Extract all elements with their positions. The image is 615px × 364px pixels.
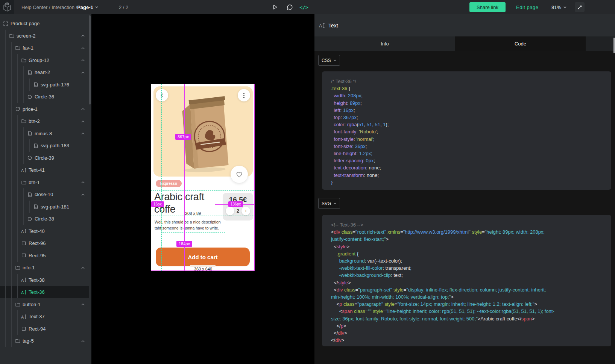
css-format-select[interactable]: CSS [318, 55, 340, 66]
tab-bar-filler [586, 36, 615, 51]
layer-item-Rect-94[interactable]: Rect-94 [0, 323, 89, 335]
layer-item-screen-2[interactable]: screen-2 [0, 30, 89, 42]
chevron-up-icon[interactable] [81, 303, 85, 306]
chevron-up-icon[interactable] [81, 59, 85, 62]
layer-item-heart-2[interactable]: heart-2 [0, 66, 89, 79]
kebab-menu-icon [243, 93, 244, 98]
quantity-stepper: − 2 + [226, 206, 250, 215]
layer-label: svg-path-176 [41, 82, 69, 88]
layer-item-Product page[interactable]: Product page [0, 17, 89, 30]
chevron-up-icon[interactable] [81, 34, 85, 37]
layer-item-close-10[interactable]: close-10 [0, 188, 89, 201]
tree-guide-line [17, 66, 18, 79]
layer-item-Text-37[interactable]: AText-37 [0, 310, 89, 323]
code-view-button[interactable]: </> [298, 0, 310, 14]
css-code-block[interactable]: /* Text-36 */.text-36 { width: 208px; he… [322, 71, 611, 190]
chevron-up-icon[interactable] [81, 340, 85, 343]
tree-guide-line [5, 201, 6, 213]
layer-label: tag-5 [23, 338, 34, 344]
layer-item-Circle-36[interactable]: Circle-36 [0, 91, 89, 103]
chevron-up-icon[interactable] [81, 193, 85, 196]
layer-label: screen-2 [17, 33, 36, 39]
tab-code[interactable]: Code [455, 36, 586, 51]
tree-guide-line [17, 176, 18, 189]
zoom-control[interactable]: 81% [551, 0, 567, 14]
category-tag[interactable]: Expresso [156, 180, 182, 187]
tree-guide-line [5, 249, 6, 262]
breadcrumb[interactable]: Help Center / Interaction / Page-1 [21, 0, 99, 14]
svg-text:A: A [319, 23, 322, 28]
folder-icon [21, 180, 26, 185]
layer-item-svg-path-176[interactable]: svg-path-176 [0, 79, 89, 91]
chevron-up-icon[interactable] [81, 120, 85, 123]
chevron-up-icon[interactable] [81, 181, 85, 184]
tree-guide-line [5, 335, 6, 347]
back-button[interactable] [156, 89, 168, 101]
layer-item-info-1[interactable]: info-1 [0, 261, 89, 274]
layer-item-svg-path-181[interactable]: svg-path-181 [0, 201, 89, 213]
layer-item-tag-5[interactable]: tag-5 [0, 335, 89, 347]
layer-item-btn-1[interactable]: btn-1 [0, 176, 89, 189]
svg-format-select[interactable]: SVG [318, 198, 340, 209]
tree-guide-line [17, 152, 18, 164]
rect-icon [21, 241, 26, 246]
layer-item-Text-41[interactable]: AText-41 [0, 164, 89, 176]
share-link-button[interactable]: Share link [469, 2, 506, 12]
device-screen[interactable]: Expresso Arabic craft coffe 208 x 89 16.… [151, 84, 255, 271]
layer-item-Group-12[interactable]: Group-12 [0, 54, 89, 66]
code-line: justify-content: flex-start;"> [331, 236, 602, 243]
layer-item-svg-path-183[interactable]: svg-path-183 [0, 139, 89, 152]
layer-item-Rect-96[interactable]: Rect-96 [0, 237, 89, 249]
layer-item-Rect-95[interactable]: Rect-95 [0, 249, 89, 262]
layer-item-Circle-38[interactable]: Circle-38 [0, 213, 89, 225]
chevron-up-icon[interactable] [81, 266, 85, 269]
layer-item-Text-40[interactable]: AText-40 [0, 225, 89, 237]
add-to-cart-button[interactable]: Add to cart [156, 248, 250, 266]
svg-code-block[interactable]: <!-- Text-36 --><div class="root rich-te… [322, 215, 611, 346]
edit-page-link[interactable]: Edit page [516, 0, 538, 14]
code-line: </div> [331, 337, 602, 344]
tree-guide-line [23, 79, 24, 91]
css-format-value: CSS [322, 58, 331, 63]
code-line: <span class="" style="line-height: inher… [331, 308, 602, 315]
code-line: </p> [331, 322, 602, 329]
layer-item-fav-1[interactable]: fav-1 [0, 42, 89, 54]
chevron-up-icon[interactable] [81, 47, 85, 50]
chevron-down-icon [95, 5, 99, 9]
layers-sidebar: Product pagescreen-2fav-1Group-12heart-2… [0, 14, 91, 364]
decrease-quantity-button[interactable]: − [226, 207, 234, 215]
sidebar-scrollbar[interactable] [89, 15, 91, 104]
tab-info[interactable]: Info [314, 36, 455, 51]
tree-guide-line [5, 79, 6, 91]
tree-guide-line [17, 139, 18, 152]
play-button[interactable] [269, 0, 281, 14]
tree-guide-line [5, 127, 6, 140]
file-icon [33, 82, 38, 87]
tree-guide-line [17, 274, 18, 286]
layer-item-minus-8[interactable]: minus-8 [0, 127, 89, 140]
layer-item-Text-36[interactable]: AText-36 [0, 286, 89, 298]
layer-item-btn-2[interactable]: btn-2 [0, 115, 89, 127]
code-line: <div class="root rich-text" xmlns="http:… [331, 228, 602, 236]
fullscreen-button[interactable] [575, 2, 585, 12]
increase-quantity-button[interactable]: + [241, 207, 250, 215]
chevron-up-icon[interactable] [81, 71, 85, 74]
panel-scrollbar[interactable] [613, 38, 615, 53]
menu-button[interactable] [238, 89, 250, 101]
favorite-button[interactable] [231, 166, 248, 183]
layer-label: Text-38 [29, 277, 45, 283]
rect-icon [21, 253, 26, 258]
layer-item-button-1[interactable]: button-1 [0, 298, 89, 311]
tree-guide-line [17, 91, 18, 103]
layer-label: svg-path-183 [41, 143, 69, 148]
layer-item-price-1[interactable]: price-1 [0, 103, 89, 115]
app-logo[interactable] [0, 0, 14, 14]
chevron-up-icon[interactable] [81, 132, 85, 135]
comments-button[interactable] [284, 0, 295, 14]
code-line: color: rgba(51, 51, 51, 1); [331, 121, 602, 128]
layer-item-Text-38[interactable]: AText-38 [0, 274, 89, 286]
layer-item-Circle-39[interactable]: Circle-39 [0, 152, 89, 164]
tree-guide-line [11, 66, 12, 79]
tree-guide-line [23, 152, 24, 164]
chevron-up-icon[interactable] [81, 107, 85, 110]
